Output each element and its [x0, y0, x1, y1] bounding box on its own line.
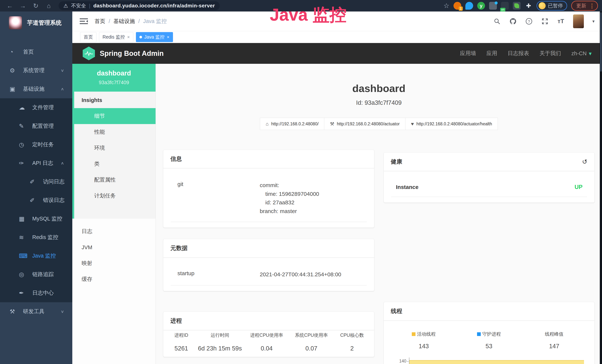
fullscreen-icon[interactable] — [541, 18, 548, 25]
search-icon[interactable] — [493, 18, 501, 25]
col-system-cpu: 系统CPU使用率 — [289, 332, 334, 338]
side-item-details[interactable]: 细节 — [74, 108, 156, 124]
gear-icon: ⚙ — [10, 67, 23, 74]
paused-extension-pill[interactable]: 已暂停 — [537, 1, 567, 11]
sidebar-item-system-management[interactable]: ⚙ 系统管理 ∨ — [0, 61, 72, 80]
extension-y-icon[interactable]: y — [477, 2, 485, 10]
sidebar-item-label: 配置管理 — [32, 122, 54, 130]
side-item-metrics[interactable]: 性能 — [74, 124, 156, 140]
history-icon[interactable]: ↺ — [582, 158, 588, 165]
browser-home-icon[interactable]: ⌂ — [43, 2, 54, 10]
scrollbar-thumb[interactable] — [600, 12, 602, 72]
breadcrumb-home[interactable]: 首页 — [95, 18, 105, 25]
side-item-environment[interactable]: 环境 — [74, 140, 156, 156]
not-secure-warning-icon: ⚠ — [64, 3, 68, 9]
sidebar-item-infrastructure[interactable]: ▣ 基础设施 ∧ — [0, 80, 72, 98]
extensions-puzzle-icon[interactable]: ✚ — [525, 2, 532, 10]
info-key: git — [172, 181, 260, 215]
sidebar-item-label: MySQL 监控 — [32, 215, 62, 223]
java-monitor-icon: ⌨ — [19, 252, 32, 259]
legend-peak-threads: 线程峰值 147 — [522, 331, 587, 350]
threads-card-header: 线程 — [384, 302, 595, 321]
extension-grid-icon[interactable] — [489, 2, 497, 10]
extension-orange-icon[interactable]: 1 — [453, 2, 461, 10]
tag-redis-monitor[interactable]: Redis 监控 × — [99, 32, 133, 42]
back-icon[interactable]: ← — [4, 2, 16, 10]
table-row: startup 2021-04-27T00:44:31.254+08:00 — [171, 265, 367, 285]
sidebar-item-trace[interactable]: ◎ 链路追踪 — [0, 265, 72, 284]
service-url-button[interactable]: ⌂ http://192.168.0.2:48080/ — [260, 118, 324, 130]
close-icon[interactable]: × — [127, 34, 130, 40]
header-actions: ? ᴛT ▾ — [493, 14, 595, 28]
close-icon[interactable]: × — [167, 34, 170, 40]
sidebar-item-dev-tools[interactable]: ⚒ 研发工具 ∨ — [0, 302, 72, 321]
chevron-up-icon: ∧ — [61, 87, 64, 91]
sba-locale-select[interactable]: zh-CN ▾ — [571, 50, 592, 57]
chevron-down-icon: ∨ — [61, 309, 64, 314]
side-item-logs[interactable]: 日志 — [72, 224, 156, 239]
sidebar-item-api-logs[interactable]: ✑ API 日志 ∧ — [0, 154, 72, 172]
legend-live-threads: 活动线程 143 — [391, 331, 456, 350]
sidebar-item-error-logs[interactable]: ✐ 错误日志 — [0, 191, 72, 210]
sidebar-item-log-center[interactable]: ✒ 日志中心 — [0, 284, 72, 302]
sba-logo-icon[interactable] — [83, 47, 95, 60]
sidebar-item-config-management[interactable]: ✎ 配置管理 — [0, 117, 72, 135]
actuator-url-label: http://192.168.0.2:48080/actuator — [337, 121, 400, 127]
browser-update-button[interactable]: 更新 ⋮ — [571, 1, 598, 11]
app-logo-row[interactable]: 芋道管理系统 — [0, 11, 72, 34]
health-card-header: 健康 ↺ — [384, 153, 595, 171]
address-bar[interactable]: ⚠ 不安全 | dashboard.yudao.iocoder.cn/infra… — [59, 1, 220, 10]
tag-java-monitor[interactable]: Java 监控 × — [136, 32, 173, 42]
sba-nav-about[interactable]: 关于我们 — [539, 50, 561, 57]
git-branch-line: branch: master — [260, 207, 319, 216]
sba-nav-applications[interactable]: 应用 — [486, 50, 497, 57]
process-card-body: 进程ID 运行时间 进程CPU使用率 系统CPU使用率 CPU核心数 5261 … — [163, 330, 374, 357]
browser-menu-dots-icon[interactable]: ⋮ — [589, 3, 595, 9]
side-root-items: 日志 JVM 映射 缓存 — [72, 219, 156, 287]
avatar-caret-down-icon[interactable]: ▾ — [592, 19, 595, 24]
extension-leaf-icon[interactable] — [513, 2, 521, 10]
sidebar-item-label: API 日志 — [32, 160, 53, 167]
git-commit-line: commit: — [260, 181, 319, 190]
side-item-caches[interactable]: 缓存 — [72, 271, 156, 287]
sidebar-item-mysql-monitor[interactable]: ▦ MySQL 监控 — [0, 210, 72, 228]
col-cpu-cores: CPU核心数 — [334, 332, 370, 338]
instance-header[interactable]: dashboard 93a3fc7f7409 — [72, 64, 156, 92]
sidebar-item-home[interactable]: ◔ 首页 — [0, 43, 72, 61]
user-avatar[interactable] — [573, 14, 584, 28]
col-pid: 进程ID — [167, 332, 196, 338]
sba-nav-wallboard[interactable]: 应用墙 — [460, 50, 476, 57]
text-size-icon[interactable]: ᴛT — [557, 18, 565, 25]
bookmark-star-icon[interactable]: ☆ — [443, 2, 449, 10]
tag-home[interactable]: 首页 — [80, 32, 97, 42]
sidebar-item-file-management[interactable]: ☁ 文件管理 — [0, 98, 72, 117]
github-icon[interactable] — [509, 18, 517, 25]
side-item-classes[interactable]: 类 — [74, 156, 156, 172]
forward-icon[interactable]: → — [17, 2, 29, 10]
actuator-url-button[interactable]: ⚒ http://192.168.0.2:48080/actuator — [324, 118, 405, 130]
sba-brand-title[interactable]: Spring Boot Admin — [100, 50, 164, 57]
metadata-card-body: startup 2021-04-27T00:44:31.254+08:00 — [163, 257, 374, 291]
sidebar-item-label: 定时任务 — [32, 141, 54, 148]
sidebar-item-scheduled-tasks[interactable]: ◷ 定时任务 — [0, 135, 72, 154]
side-item-config-props[interactable]: 配置属性 — [74, 172, 156, 188]
reload-icon[interactable]: ↻ — [30, 2, 42, 10]
col-process-cpu: 进程CPU使用率 — [244, 332, 289, 338]
side-item-jvm[interactable]: JVM — [72, 239, 156, 255]
side-item-mappings[interactable]: 映射 — [72, 255, 156, 271]
sidebar-item-java-monitor[interactable]: ⌨ Java 监控 — [0, 247, 72, 265]
extension-pin-icon[interactable] — [465, 2, 473, 10]
legend-label: 线程峰值 — [545, 331, 563, 337]
extension-switch-icon[interactable]: on — [501, 2, 509, 10]
health-url-button[interactable]: ♥ http://192.168.0.2:48080/actuator/heal… — [406, 118, 498, 130]
sba-nav-journal[interactable]: 日志报表 — [508, 50, 529, 57]
help-icon[interactable]: ? — [525, 18, 533, 25]
heartbeat-icon: ♥ — [411, 121, 414, 127]
sidebar-item-redis-monitor[interactable]: ≋ Redis 监控 — [0, 228, 72, 247]
hamburger-icon[interactable] — [80, 18, 88, 25]
sidebar-item-access-logs[interactable]: ✐ 访问日志 — [0, 172, 72, 191]
breadcrumb-infrastructure[interactable]: 基础设施 — [113, 18, 135, 25]
page-instance-id: Id: 93a3fc7f7409 — [156, 99, 602, 106]
side-item-scheduled-tasks[interactable]: 计划任务 — [74, 188, 156, 204]
page-scrollbar[interactable] — [600, 11, 602, 364]
